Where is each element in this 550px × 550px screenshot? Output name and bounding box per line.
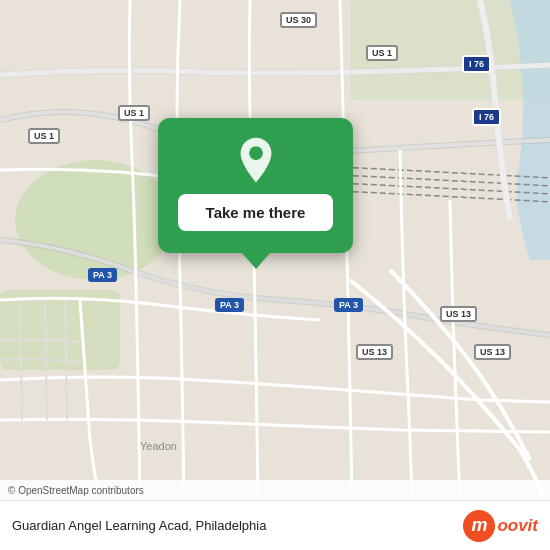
badge-i76-right: I 76 xyxy=(472,108,501,126)
footer-bar: Guardian Angel Learning Acad, Philadelph… xyxy=(0,500,550,550)
moovit-m-icon: m xyxy=(463,510,495,542)
svg-rect-2 xyxy=(0,290,120,370)
badge-us1-left: US 1 xyxy=(28,128,60,144)
map-attribution: © OpenStreetMap contributors xyxy=(0,480,550,500)
badge-pa3-right: PA 3 xyxy=(334,298,363,312)
map-pin-icon xyxy=(232,136,280,184)
svg-point-5 xyxy=(249,146,263,160)
moovit-logo: m oovit xyxy=(463,510,538,542)
svg-text:Yeadon: Yeadon xyxy=(140,440,177,452)
badge-us13-mid: US 13 xyxy=(356,344,393,360)
svg-point-1 xyxy=(15,160,175,280)
badge-us1-mid: US 1 xyxy=(118,105,150,121)
footer-location-text: Guardian Angel Learning Acad, Philadelph… xyxy=(12,518,266,533)
map-container: Yeadon US 30 US 1 I 76 US 1 US 1 30 I 76… xyxy=(0,0,550,500)
badge-i76-top: I 76 xyxy=(462,55,491,73)
badge-pa3-left: PA 3 xyxy=(88,268,117,282)
badge-us13-far: US 13 xyxy=(474,344,511,360)
badge-us13-right: US 13 xyxy=(440,306,477,322)
moovit-brand-text: oovit xyxy=(497,516,538,536)
badge-us1-top: US 1 xyxy=(366,45,398,61)
badge-us30-top: US 30 xyxy=(280,12,317,28)
badge-pa3-mid: PA 3 xyxy=(215,298,244,312)
take-me-there-button[interactable]: Take me there xyxy=(178,194,333,231)
location-popup: Take me there xyxy=(158,118,353,253)
